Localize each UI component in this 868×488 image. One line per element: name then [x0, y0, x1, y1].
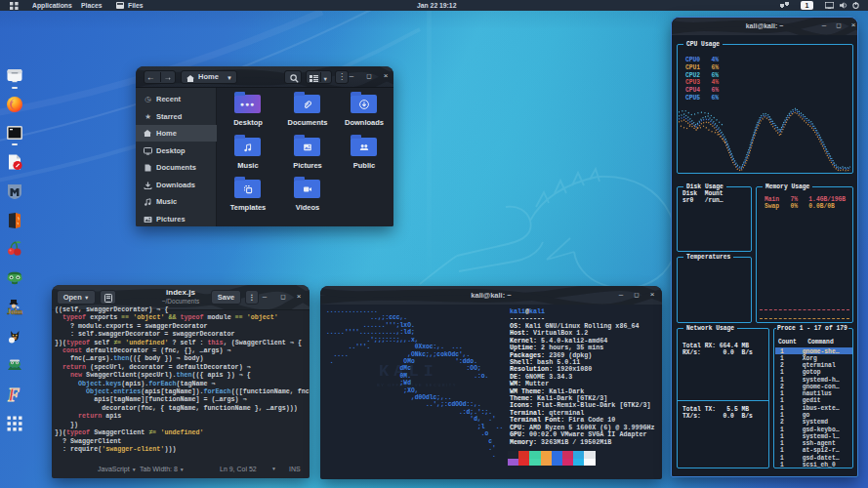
svg-text:John: John [7, 307, 23, 316]
svg-text:F: F [7, 386, 20, 403]
